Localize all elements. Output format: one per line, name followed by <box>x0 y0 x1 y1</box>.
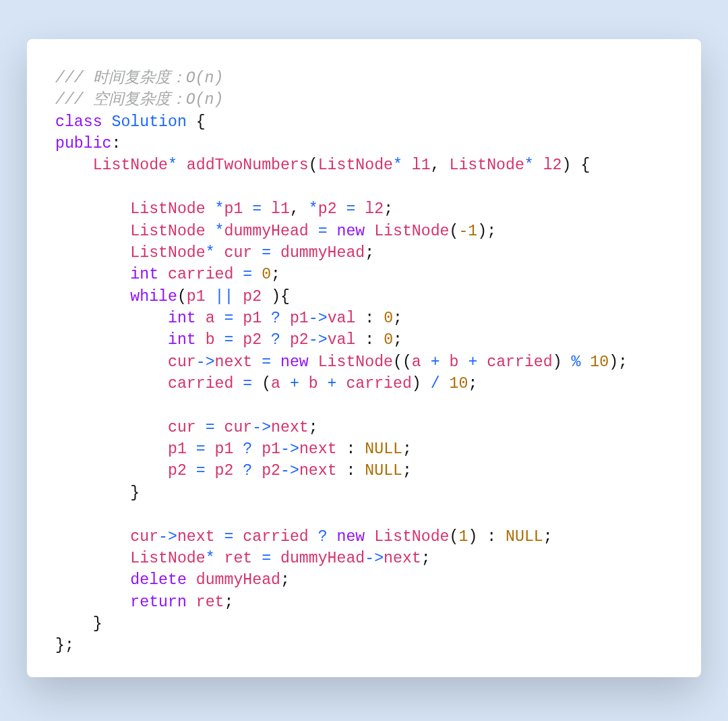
code-card: /// 时间复杂度：O(n) /// 空间复杂度：O(n) class Solu… <box>27 39 701 677</box>
comment-space: /// 空间复杂度：O(n) <box>55 91 223 109</box>
code-block: /// 时间复杂度：O(n) /// 空间复杂度：O(n) class Solu… <box>55 67 681 657</box>
comment-time: /// 时间复杂度：O(n) <box>55 69 223 87</box>
